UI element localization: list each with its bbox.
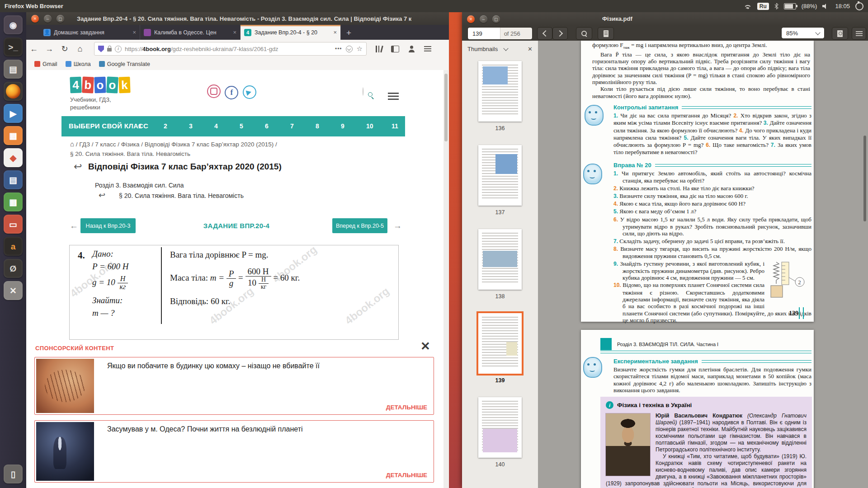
tracking-shield-icon[interactable] (98, 46, 104, 52)
ad-cta-link[interactable]: ДЕТАЛЬНІШЕ (386, 404, 427, 411)
tab-close-icon[interactable]: × (333, 29, 337, 36)
chevron-down-icon[interactable] (504, 46, 509, 51)
thumbnail-page-140[interactable]: 140 (462, 397, 538, 468)
subsection-title[interactable]: § 20. Сила тяжіння. Вага тіла. Невагоміс… (119, 192, 244, 199)
focused-app-title[interactable]: Firefox Web Browser (0, 3, 63, 9)
window-minimize-button[interactable]: – (44, 15, 52, 23)
tab-homework[interactable]: 👤 Домашнє завдання × (40, 25, 140, 40)
bookmark-translate[interactable]: Google Translate (99, 61, 150, 67)
previous-page-button[interactable] (537, 27, 552, 40)
bookmark-star-icon[interactable]: ☆ (357, 45, 363, 53)
prev-arrow[interactable]: ← (70, 221, 78, 231)
class-link-2[interactable]: 2 (164, 122, 167, 130)
volume-icon[interactable] (822, 4, 830, 9)
page-actions-icon[interactable]: ••• (335, 46, 342, 52)
document-properties-button[interactable] (832, 27, 848, 40)
window-maximize-button[interactable]: ◻ (492, 15, 500, 23)
dock-software-icon[interactable]: ▦ (4, 126, 23, 145)
dock-app-icon[interactable]: Ø (4, 259, 23, 278)
tab-close-icon[interactable]: × (132, 29, 136, 36)
reload-button[interactable]: ↻ (57, 44, 72, 54)
account-icon[interactable] (408, 46, 415, 52)
zoom-level-dropdown[interactable]: 85% (781, 27, 825, 39)
class-link-4[interactable]: 4 (214, 122, 218, 130)
class-link-7[interactable]: 7 (290, 122, 294, 130)
forward-button[interactable]: → (42, 44, 57, 54)
next-page-button[interactable] (552, 27, 568, 40)
class-link-8[interactable]: 8 (316, 122, 319, 130)
site-search-button[interactable] (363, 87, 363, 96)
tab-close-icon[interactable]: × (233, 29, 236, 36)
site-logo[interactable]: 4book Учебники, ГДЗ,решебники (70, 77, 131, 111)
keyboard-layout-indicator[interactable]: Ru (757, 3, 769, 10)
sidebar-toggle-icon[interactable] (391, 46, 399, 52)
dock-draw-icon[interactable]: ◆ (4, 148, 23, 167)
class-link-11[interactable]: 11 (392, 122, 398, 130)
url-bar[interactable]: i https://4book.org/gdz-reshebniki-ukrai… (94, 42, 367, 56)
section-title[interactable]: Розділ 3. Взаємодія сил. Сила (95, 182, 184, 189)
telegram-icon[interactable] (243, 85, 256, 99)
instagram-icon[interactable] (207, 84, 221, 98)
thumbnail-page-136[interactable]: 136 (462, 61, 538, 131)
lock-icon[interactable] (107, 48, 112, 52)
dock-writer-icon[interactable]: ▤ (4, 170, 23, 189)
window-maximize-button[interactable]: ◻ (57, 15, 64, 23)
breadcrumb[interactable]: ⌂ / ГДЗ / 7 класс / Фізика / Відповіді Ф… (70, 139, 387, 159)
session-gear-icon[interactable] (855, 2, 863, 10)
new-tab-button[interactable]: + (341, 28, 357, 40)
wifi-icon[interactable] (744, 3, 752, 9)
pocket-icon[interactable] (346, 46, 353, 52)
sponsored-ad-2[interactable]: Засумував у м. Одеса? Почни життя на без… (34, 420, 434, 483)
home-icon[interactable]: ⌂ (70, 140, 74, 148)
page-number-input[interactable]: 139 (468, 28, 500, 39)
battery-icon[interactable] (784, 3, 796, 9)
url-text[interactable]: https://4book.org/gdz-reshebniki-ukraina… (125, 46, 331, 52)
tab-zadanie-active[interactable]: 4 Задание Впр.20-4 - § 20 × (241, 25, 341, 40)
bookmark-gmail[interactable]: Gmail (34, 61, 57, 67)
thumbnail-page-139[interactable]: 139 (462, 313, 538, 384)
pdf-scrollbar[interactable] (863, 41, 867, 488)
dock-trash-icon[interactable]: ▯ (4, 465, 23, 483)
sidebar-mode-label[interactable]: Thumbnails (467, 46, 498, 52)
back-hook-icon[interactable]: ↩ (74, 161, 82, 173)
class-link-9[interactable]: 9 (341, 122, 344, 130)
dock-terminal-icon[interactable]: >_ (4, 38, 23, 56)
back-hook-icon[interactable]: ↩ (99, 190, 105, 200)
next-arrow[interactable]: → (393, 221, 402, 231)
class-link-1[interactable]: 1 (138, 122, 142, 130)
dock-calc-icon[interactable]: ▦ (4, 192, 23, 211)
dock-video-icon[interactable]: ▶ (4, 104, 23, 123)
thumbnail-page-137[interactable]: 137 (462, 145, 538, 216)
dock-firefox-icon[interactable] (4, 82, 23, 101)
menu-icon[interactable] (424, 46, 431, 52)
library-icon[interactable] (376, 46, 382, 52)
site-menu-icon[interactable] (388, 93, 399, 100)
dock-dash-icon[interactable]: ◉ (4, 15, 23, 34)
window-close-button[interactable]: × (31, 15, 39, 23)
home-button[interactable]: ⌂ (72, 44, 88, 54)
site-permissions-icon[interactable]: i (115, 46, 122, 52)
sponsored-close-icon[interactable]: ✕ (420, 339, 430, 353)
pdf-menu-button[interactable] (852, 27, 866, 40)
ad-cta-link[interactable]: ДЕТАЛЬНІШЕ (386, 472, 427, 479)
tab-kalimba[interactable]: Калимба в Одессе. Цен × (140, 25, 241, 40)
dock-settings-icon[interactable]: ✕ (4, 281, 23, 300)
bookmark-school[interactable]: Школа (66, 61, 91, 67)
prev-exercise-button[interactable]: Назад к Впр.20-3 (80, 218, 136, 233)
class-link-3[interactable]: 3 (189, 122, 193, 130)
window-close-button[interactable]: × (467, 15, 475, 23)
bluetooth-icon[interactable] (774, 3, 778, 9)
dock-files-icon[interactable]: ▤ (4, 60, 23, 79)
browser-scrollbar[interactable] (443, 70, 448, 488)
sidebar-close-icon[interactable]: ✕ (528, 46, 533, 52)
window-minimize-button[interactable]: – (480, 15, 487, 23)
next-exercise-button[interactable]: Вперед к Впр.20-5 (332, 218, 387, 233)
annotations-button[interactable] (598, 27, 614, 40)
dock-amazon-icon[interactable]: a (4, 237, 23, 256)
class-link-6[interactable]: 6 (265, 122, 269, 130)
back-button[interactable]: ← (26, 44, 42, 54)
facebook-icon[interactable]: f (225, 86, 238, 99)
thumbnail-page-138[interactable]: 138 (462, 229, 538, 300)
dock-impress-icon[interactable]: ▭ (4, 215, 23, 234)
sponsored-ad-1[interactable]: Якщо ви побачите в будинку цю комаху – н… (34, 357, 434, 415)
